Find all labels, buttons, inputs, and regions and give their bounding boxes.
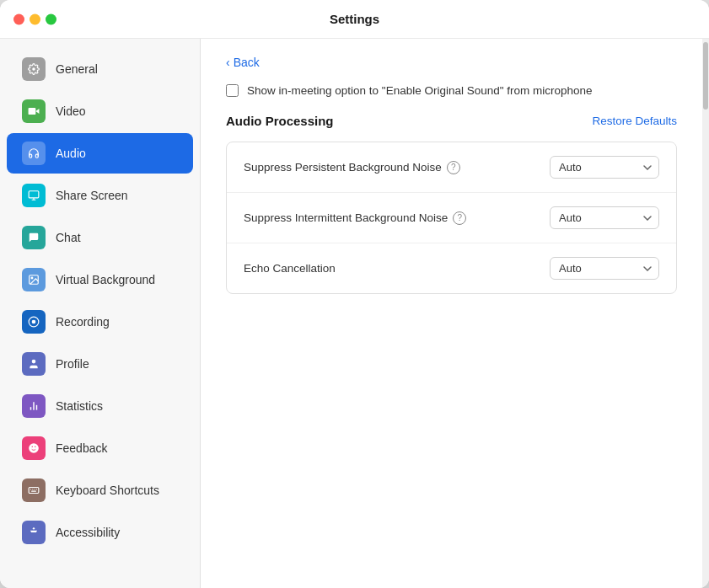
sidebar-item-accessibility[interactable]: Accessibility — [7, 512, 193, 553]
sidebar-item-general[interactable]: General — [7, 49, 193, 89]
body-container: GeneralVideoAudioShare ScreenChatVirtual… — [0, 39, 709, 588]
svg-rect-1 — [29, 191, 39, 198]
scrollbar-thumb[interactable] — [703, 42, 708, 110]
sidebar-item-chat[interactable]: Chat — [7, 217, 193, 258]
sidebar-item-keyboard-shortcuts[interactable]: Keyboard Shortcuts — [7, 470, 193, 510]
settings-row-2: Echo CancellationAutoEnabledDisabled — [227, 243, 676, 293]
sidebar-item-virtual-background[interactable]: Virtual Background — [7, 259, 193, 300]
sidebar-item-video[interactable]: Video — [7, 91, 193, 131]
row-select-1[interactable]: AutoEnabledDisabled — [550, 206, 659, 229]
share-screen-label: Share Screen — [56, 189, 128, 202]
settings-row-0: Suppress Persistent Background Noise?Aut… — [227, 142, 676, 193]
back-link[interactable]: ‹ Back — [226, 56, 677, 69]
settings-row-1: Suppress Intermittent Background Noise?A… — [227, 193, 676, 243]
general-label: General — [56, 62, 98, 76]
sidebar-item-audio[interactable]: Audio — [7, 133, 193, 174]
row-label-1: Suppress Intermittent Background Noise? — [244, 211, 466, 225]
virtual-background-icon — [22, 268, 46, 291]
recording-label: Recording — [56, 315, 110, 329]
back-label: Back — [234, 56, 260, 69]
chat-icon — [22, 226, 46, 249]
svg-point-5 — [31, 277, 33, 279]
recording-icon — [22, 310, 46, 334]
row-label-text-2: Echo Cancellation — [244, 262, 336, 275]
row-label-text-1: Suppress Intermittent Background Noise — [244, 211, 448, 224]
video-label: Video — [56, 104, 86, 118]
help-icon-1[interactable]: ? — [453, 211, 466, 225]
row-select-0[interactable]: AutoEnabledDisabled — [550, 156, 659, 179]
original-sound-checkbox[interactable] — [226, 84, 239, 97]
original-sound-label: Show in-meeting option to "Enable Origin… — [247, 84, 593, 97]
statistics-icon — [22, 394, 46, 418]
row-label-0: Suppress Persistent Background Noise? — [244, 161, 460, 174]
restore-defaults-link[interactable]: Restore Defaults — [592, 115, 677, 127]
svg-point-12 — [29, 443, 39, 453]
title-bar: Settings — [0, 0, 709, 39]
minimize-button[interactable] — [30, 13, 40, 24]
profile-icon — [22, 352, 46, 376]
video-icon — [22, 99, 46, 123]
svg-rect-15 — [29, 488, 39, 494]
audio-label: Audio — [56, 147, 86, 160]
keyboard-shortcuts-icon — [22, 478, 46, 502]
sidebar-item-feedback[interactable]: Feedback — [7, 428, 193, 468]
chat-label: Chat — [56, 231, 81, 244]
settings-panel: Suppress Persistent Background Noise?Aut… — [226, 142, 677, 294]
maximize-button[interactable] — [46, 13, 56, 24]
help-icon-0[interactable]: ? — [447, 161, 460, 174]
sidebar-item-statistics[interactable]: Statistics — [7, 386, 193, 426]
feedback-label: Feedback — [56, 441, 107, 455]
svg-point-21 — [33, 527, 35, 529]
traffic-lights — [13, 13, 56, 24]
back-chevron-icon: ‹ — [226, 56, 230, 69]
row-select-2[interactable]: AutoEnabledDisabled — [550, 257, 659, 280]
accessibility-icon — [22, 521, 46, 544]
sidebar-item-recording[interactable]: Recording — [7, 302, 193, 342]
keyboard-shortcuts-label: Keyboard Shortcuts — [56, 484, 159, 497]
feedback-icon — [22, 436, 46, 460]
section-title: Audio Processing — [226, 114, 334, 128]
scrollbar-track — [702, 39, 709, 588]
statistics-label: Statistics — [56, 399, 103, 413]
sidebar: GeneralVideoAudioShare ScreenChatVirtual… — [0, 39, 201, 588]
virtual-background-label: Virtual Background — [56, 273, 155, 286]
section-header: Audio Processing Restore Defaults — [226, 114, 677, 128]
svg-point-8 — [32, 360, 36, 364]
general-icon — [22, 57, 46, 81]
svg-point-7 — [32, 320, 35, 323]
row-label-text-0: Suppress Persistent Background Noise — [244, 161, 442, 174]
accessibility-label: Accessibility — [56, 526, 120, 539]
main-content: ‹ Back Show in-meeting option to "Enable… — [201, 39, 702, 588]
profile-label: Profile — [56, 357, 89, 371]
sidebar-item-profile[interactable]: Profile — [7, 344, 193, 384]
svg-rect-0 — [29, 108, 36, 115]
original-sound-option: Show in-meeting option to "Enable Origin… — [226, 84, 677, 97]
audio-icon — [22, 142, 46, 165]
window-title: Settings — [330, 12, 379, 26]
row-label-2: Echo Cancellation — [244, 262, 336, 275]
sidebar-item-share-screen[interactable]: Share Screen — [7, 175, 193, 216]
close-button[interactable] — [13, 13, 24, 24]
settings-window: Settings GeneralVideoAudioShare ScreenCh… — [0, 0, 709, 588]
share-screen-icon — [22, 184, 46, 207]
